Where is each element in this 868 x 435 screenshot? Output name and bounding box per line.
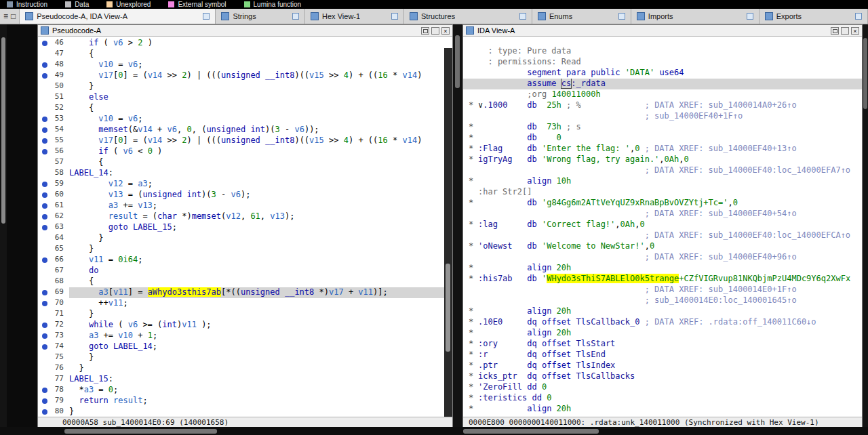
idaview-left-scrollbar-thumb[interactable] <box>455 35 460 88</box>
breakpoint-dot[interactable] <box>42 182 47 187</box>
pseudocode-line[interactable]: 57 { <box>38 157 452 168</box>
pseudocode-line[interactable]: 56 if ( v6 < 0 ) <box>38 146 452 157</box>
close-button[interactable]: × <box>441 27 450 35</box>
disassembly-line[interactable]: ;org 140011000h <box>463 89 862 100</box>
maximize-button[interactable] <box>841 27 849 35</box>
pseudocode-line[interactable]: 61 a3 += v13; <box>38 201 452 211</box>
tab-hex-view-1[interactable]: Hex View-1 <box>305 9 404 24</box>
disassembly-line[interactable]: :har Str2[] <box>463 187 862 198</box>
disassembly-line[interactable]: *.ptr dq offset TlsIndex <box>463 360 862 371</box>
maximize-button[interactable] <box>431 27 439 35</box>
breakpoint-dot[interactable] <box>42 127 47 133</box>
detach-icon[interactable] <box>519 13 526 20</box>
pseudocode-line[interactable]: 73 a3 += v10 + 1; <box>38 331 452 341</box>
pseudocode-line[interactable]: 72 while ( v6 >= (int)v11 ); <box>38 320 452 331</box>
disassembly-line[interactable]: *:his7ab db 'WHydo3sThiS7ABLElO0k5trange… <box>463 274 862 285</box>
breakpoint-dot[interactable] <box>42 138 47 144</box>
pseudocode-hscrollbar-thumb[interactable] <box>64 429 217 434</box>
disassembly-line[interactable]: ; DATA XREF: sub_14000EF40:loc_14000EFA7… <box>463 165 862 176</box>
pseudocode-line[interactable]: 47 { <box>38 49 452 60</box>
disassembly-line[interactable]: *:lag db 'Correct flag!',0Ah,0 <box>463 220 862 230</box>
breakpoint-dot[interactable] <box>42 73 47 79</box>
disassembly-line[interactable]: *'oNewst db 'Welcome to NewStar!',0 <box>463 241 862 252</box>
breakpoint-dot[interactable] <box>42 388 47 393</box>
pseudocode-line[interactable]: 68 { <box>38 276 452 287</box>
left-vertical-scrollbar[interactable] <box>0 24 7 427</box>
close-button[interactable]: × <box>851 27 859 35</box>
disassembly-line[interactable]: *icks_ptr dq offset TlsCallbacks <box>463 371 862 382</box>
tab-structures[interactable]: Structures <box>404 9 532 24</box>
breakpoint-dot[interactable] <box>42 225 47 230</box>
left-vertical-scrollbar-thumb[interactable] <box>1 37 5 224</box>
disassembly-line[interactable]: ; DATA XREF: sub_1400014E0+1F↑o <box>463 285 862 295</box>
pseudocode-line[interactable]: 63 goto LABEL_15; <box>38 222 452 233</box>
disassembly-line[interactable]: : permissions: Read <box>463 57 862 68</box>
pseudocode-line[interactable]: 49 v17[0] = (v14 >> 2) | (((unsigned __i… <box>38 70 452 81</box>
disassembly-content[interactable]: : type: Pure data : permissions: Read se… <box>463 37 862 417</box>
pseudocode-line[interactable]: 70 ++v11; <box>38 298 452 309</box>
breakpoint-dot[interactable] <box>42 323 47 328</box>
breakpoint-dot[interactable] <box>42 333 47 339</box>
disassembly-line[interactable]: ; DATA XREF: sub_14000EF40+96↑o <box>463 252 862 263</box>
menu-icon[interactable]: ≡ <box>3 12 8 21</box>
disassembly-line[interactable]: ; DATA XREF: sub_14000EF40+54↑o <box>463 209 862 220</box>
detach-icon[interactable] <box>855 13 862 20</box>
bottom-scrollbar-strip[interactable] <box>0 427 868 435</box>
pseudocode-line[interactable]: 46 if ( v6 > 2 ) <box>38 38 452 49</box>
pane-splitter[interactable] <box>453 24 462 427</box>
pseudocode-line[interactable]: 71 } <box>38 309 452 320</box>
right-vertical-scrollbar-thumb[interactable] <box>863 38 867 109</box>
detach-icon[interactable] <box>391 13 398 20</box>
tab-strings[interactable]: Strings <box>216 9 305 24</box>
tab-imports[interactable]: Imports <box>631 9 760 24</box>
pseudocode-line[interactable]: 77LABEL_15: <box>38 374 452 385</box>
disassembly-line[interactable]: * db 73h ; s <box>463 122 862 133</box>
breakpoint-dot[interactable] <box>42 257 47 263</box>
breakpoint-dot[interactable] <box>42 409 47 415</box>
disassembly-line[interactable]: * align 20h <box>463 328 862 339</box>
tab-exports[interactable]: Exports <box>760 9 868 24</box>
pseudocode-content[interactable]: 46 if ( v6 > 2 )47 {48 v10 = v6;49 v17[0… <box>38 37 452 417</box>
pseudocode-titlebar[interactable]: Pseudocode-A × <box>38 25 452 37</box>
windows-icon[interactable]: □ <box>11 12 16 21</box>
disassembly-line[interactable]: *'ZeroFill dd 0 <box>463 382 862 393</box>
breakpoint-dot[interactable] <box>42 117 47 122</box>
disassembly-line[interactable]: * align 20h <box>463 306 862 317</box>
detach-icon[interactable] <box>618 13 625 20</box>
detach-icon[interactable] <box>203 13 210 20</box>
disassembly-line[interactable]: assume cs:_rdata <box>463 79 862 89</box>
detach-icon[interactable] <box>292 13 299 20</box>
pseudocode-line[interactable]: 79 return result; <box>38 396 452 407</box>
breakpoint-dot[interactable] <box>42 203 47 209</box>
disassembly-line[interactable]: *.10E0 dq offset TlsCallback_0 ; DATA XR… <box>463 317 862 328</box>
pseudocode-line[interactable]: 59 v12 = a3; <box>38 179 452 190</box>
breakpoint-dot[interactable] <box>42 62 47 68</box>
pseudocode-line[interactable]: 55 v17[0] = (v14 >> 2) | (((unsigned __i… <box>38 136 452 146</box>
pseudocode-line[interactable]: 75 } <box>38 352 452 363</box>
breakpoint-dot[interactable] <box>42 301 47 306</box>
disassembly-line[interactable]: : type: Pure data <box>463 46 862 57</box>
disassembly-line[interactable]: ; DATA XREF: sub_14000EF40:loc_14000EFCA… <box>463 230 862 241</box>
breakpoint-dot[interactable] <box>42 344 47 350</box>
pseudocode-line[interactable]: 69 a3[v11] = aWhydo3sthis7ab[*((unsigned… <box>38 287 452 298</box>
disassembly-line[interactable]: ; sub_14000EF40+1F↑o <box>463 111 862 122</box>
pseudocode-line[interactable]: 53 v10 = v6; <box>38 114 452 125</box>
disassembly-line[interactable]: *:r dq offset TlsEnd <box>463 350 862 360</box>
idaview-hscrollbar-thumb[interactable] <box>463 429 599 434</box>
disassembly-line[interactable]: *:teristics dd 0 <box>463 393 862 404</box>
pseudocode-line[interactable]: 50 } <box>38 81 452 92</box>
disassembly-line[interactable]: * db 0 <box>463 133 862 144</box>
pseudocode-line[interactable]: 65 } <box>38 244 452 255</box>
tab-pseudocode-a-ida-view-a[interactable]: Pseudocode-A, IDA View-A <box>20 9 216 24</box>
disassembly-line[interactable]: segment para public 'DATA' use64 <box>463 68 862 79</box>
disassembly-line[interactable]: * align 10h <box>463 176 862 187</box>
pseudocode-scrollbar-thumb[interactable] <box>446 264 450 352</box>
breakpoint-dot[interactable] <box>42 398 47 404</box>
disassembly-line[interactable]: *:ory dq offset TlsStart <box>463 339 862 350</box>
disassembly-line[interactable]: ; sub_1400014E0:loc_140001645↑o <box>463 295 862 306</box>
pseudocode-line[interactable]: 78 *a3 = 0; <box>38 385 452 396</box>
pseudocode-line[interactable]: 60 v13 = (unsigned int)(3 - v6); <box>38 190 452 201</box>
pseudocode-line[interactable]: 48 v10 = v6; <box>38 60 452 70</box>
tab-enums[interactable]: Enums <box>532 9 631 24</box>
breakpoint-dot[interactable] <box>42 214 47 220</box>
